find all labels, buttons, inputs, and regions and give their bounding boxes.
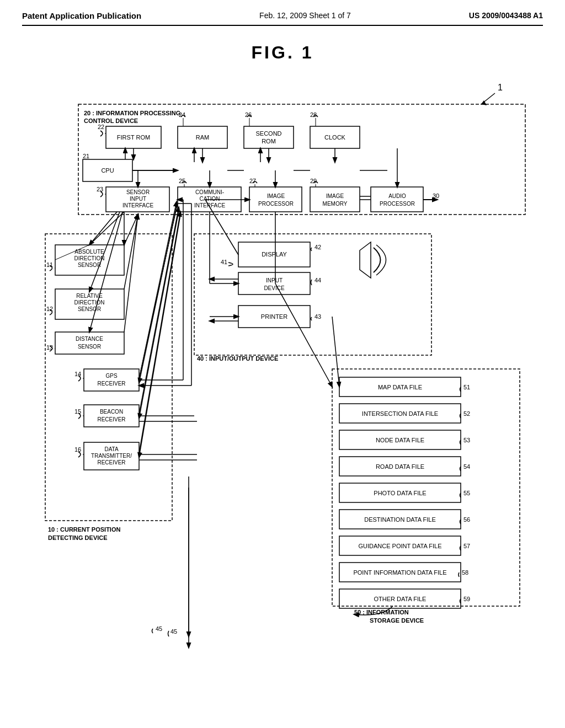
svg-line-173	[139, 215, 180, 457]
svg-rect-83	[84, 405, 139, 427]
svg-rect-79	[84, 369, 139, 391]
header-right: US 2009/0043488 A1	[469, 11, 543, 20]
svg-text:ROAD DATA FILE: ROAD DATA FILE	[376, 463, 424, 470]
svg-text:RECEIVER: RECEIVER	[97, 416, 125, 422]
svg-text:INTERSECTION DATA FILE: INTERSECTION DATA FILE	[362, 410, 438, 417]
svg-line-171	[139, 211, 179, 418]
svg-text:CLOCK: CLOCK	[324, 134, 346, 141]
svg-text:54: 54	[463, 463, 470, 470]
svg-rect-50	[371, 187, 423, 212]
header-left: Patent Application Publication	[22, 11, 141, 20]
svg-text:CATION: CATION	[199, 196, 220, 202]
svg-text:RECEIVER: RECEIVER	[97, 459, 125, 465]
header-center: Feb. 12, 2009 Sheet 1 of 7	[259, 11, 351, 20]
svg-text:IMAGE: IMAGE	[326, 193, 344, 199]
svg-text:41: 41	[221, 259, 227, 265]
svg-text:GUIDANCE POINT DATA FILE: GUIDANCE POINT DATA FILE	[359, 543, 442, 549]
svg-text:40 : INPUT/OUTPUT DEVICE: 40 : INPUT/OUTPUT DEVICE	[197, 355, 278, 362]
svg-text:SENSOR: SENSOR	[78, 344, 101, 350]
svg-text:21: 21	[83, 153, 89, 159]
svg-text:30: 30	[433, 192, 439, 199]
svg-text:MEMORY: MEMORY	[323, 201, 348, 207]
svg-text:56: 56	[463, 516, 470, 523]
svg-text:DIRECTION: DIRECTION	[74, 255, 105, 261]
svg-text:SENSOR: SENSOR	[126, 189, 150, 195]
svg-text:FIRST ROM: FIRST ROM	[117, 134, 150, 141]
svg-text:15: 15	[74, 408, 81, 415]
svg-line-161	[332, 317, 339, 387]
svg-text:ROM: ROM	[262, 138, 276, 144]
svg-text:52: 52	[463, 410, 470, 417]
svg-text:22: 22	[98, 124, 104, 130]
svg-text:SENSOR: SENSOR	[78, 306, 101, 312]
svg-text:DEVICE: DEVICE	[264, 285, 285, 291]
svg-text:DETECTING DEVICE: DETECTING DEVICE	[48, 534, 108, 541]
svg-text:DISTANCE: DISTANCE	[76, 336, 103, 342]
svg-line-164	[89, 212, 117, 245]
svg-text:25: 25	[179, 178, 185, 184]
svg-text:14: 14	[74, 371, 81, 377]
svg-text:INPUT: INPUT	[266, 277, 282, 283]
svg-text:CONTROL DEVICE: CONTROL DEVICE	[84, 117, 138, 124]
svg-line-162	[89, 212, 124, 245]
svg-text:53: 53	[463, 437, 470, 443]
svg-rect-92	[194, 234, 431, 355]
svg-line-168	[139, 202, 177, 379]
diagram-area: 1 20 : INFORMATION PROCESSING CONTROL DE…	[34, 74, 531, 653]
svg-text:RECEIVER: RECEIVER	[97, 381, 125, 387]
svg-text:PROCESSOR: PROCESSOR	[258, 201, 294, 207]
svg-text:SECOND: SECOND	[255, 130, 281, 137]
svg-rect-10	[244, 126, 294, 148]
svg-text:OTHER DATA FILE: OTHER DATA FILE	[374, 596, 427, 602]
svg-rect-42	[249, 187, 302, 212]
svg-text:58: 58	[462, 569, 468, 576]
svg-text:STORAGE DEVICE: STORAGE DEVICE	[370, 617, 424, 624]
svg-text:20 : INFORMATION PROCESSING: 20 : INFORMATION PROCESSING	[84, 110, 180, 116]
svg-text:59: 59	[463, 596, 470, 602]
svg-text:44: 44	[315, 277, 321, 283]
svg-text:27: 27	[249, 178, 256, 184]
svg-line-172	[139, 212, 180, 453]
svg-line-170	[139, 207, 179, 414]
svg-text:43: 43	[315, 313, 321, 320]
svg-text:57: 57	[463, 543, 470, 549]
svg-text:55: 55	[463, 490, 470, 496]
svg-text:GPS: GPS	[105, 373, 117, 379]
page: Patent Application Publication Feb. 12, …	[0, 0, 565, 728]
svg-text:42: 42	[315, 244, 321, 250]
svg-line-107	[124, 215, 138, 332]
svg-text:23: 23	[97, 186, 103, 192]
svg-text:TRANSMITTER/: TRANSMITTER/	[91, 453, 132, 459]
svg-line-169	[139, 206, 177, 383]
svg-text:IMAGE: IMAGE	[267, 193, 285, 199]
svg-text:MAP DATA FILE: MAP DATA FILE	[378, 384, 422, 390]
svg-text:INPUT: INPUT	[130, 196, 146, 202]
svg-text:16: 16	[74, 446, 81, 453]
svg-rect-75	[55, 332, 124, 354]
svg-text:COMMUNI-: COMMUNI-	[195, 189, 224, 195]
svg-text:DISPLAY: DISPLAY	[262, 251, 287, 258]
svg-text:DIRECTION: DIRECTION	[74, 299, 105, 306]
patent-header: Patent Application Publication Feb. 12, …	[22, 11, 543, 26]
svg-text:DATA: DATA	[104, 446, 119, 452]
svg-text:CPU: CPU	[101, 167, 114, 174]
block-diagram: 1 20 : INFORMATION PROCESSING CONTROL DE…	[34, 74, 531, 653]
svg-text:POINT INFORMATION DATA FILE: POINT INFORMATION DATA FILE	[353, 569, 446, 576]
svg-text:PROCESSOR: PROCESSOR	[380, 201, 415, 207]
svg-text:RAM: RAM	[196, 134, 209, 141]
svg-text:26: 26	[245, 111, 252, 118]
svg-text:45: 45	[156, 625, 162, 632]
svg-text:NODE DATA FILE: NODE DATA FILE	[376, 437, 424, 443]
svg-text:BEACON: BEACON	[100, 409, 123, 415]
svg-text:INTERFACE: INTERFACE	[122, 202, 153, 208]
svg-line-151	[275, 283, 332, 387]
svg-text:PRINTER: PRINTER	[261, 313, 287, 320]
svg-text:50 : INFORMATION: 50 : INFORMATION	[354, 609, 409, 615]
svg-text:28: 28	[310, 111, 317, 118]
svg-rect-97	[238, 272, 310, 295]
svg-text:10 : CURRENT POSITION: 10 : CURRENT POSITION	[48, 526, 120, 533]
svg-text:24: 24	[179, 111, 185, 118]
svg-text:29: 29	[310, 178, 317, 184]
svg-text:AUDIO: AUDIO	[388, 193, 406, 199]
svg-text:SENSOR: SENSOR	[78, 262, 101, 268]
